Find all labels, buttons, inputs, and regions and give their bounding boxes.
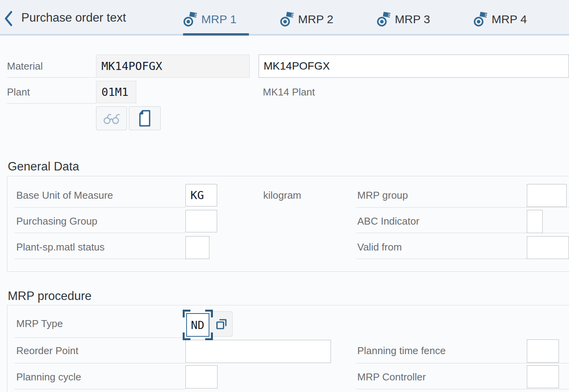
plant-label: Plant (7, 86, 30, 98)
planning-cycle-input[interactable] (185, 365, 218, 389)
abc-indicator-input[interactable] (527, 210, 543, 233)
create-button[interactable] (129, 106, 161, 130)
mrp-controller-label: MRP Controller (357, 371, 426, 383)
separator (14, 259, 185, 259)
separator (14, 363, 185, 363)
purchasing-group-input[interactable] (185, 210, 217, 232)
purchasing-group-label: Purchasing Group (16, 215, 98, 227)
material-label: Material (7, 60, 43, 72)
chevron-left-icon (3, 10, 14, 27)
separator (14, 337, 183, 338)
focus-corner (205, 310, 213, 317)
plant-description: MK14 Plant (263, 86, 315, 98)
material-description-input[interactable] (259, 55, 569, 78)
selected-tab-underline (183, 33, 249, 36)
separator (7, 77, 96, 78)
mrp-type-field-wrapper (186, 313, 209, 337)
separator (7, 103, 96, 104)
tab-label: MRP 4 (492, 13, 527, 26)
valid-from-label: Valid from (357, 241, 402, 253)
base-unit-input[interactable] (185, 184, 217, 206)
separator (356, 207, 569, 208)
tab-label: MRP 2 (298, 13, 333, 26)
valid-from-input[interactable] (527, 236, 569, 259)
mrp-gear-icon (280, 11, 294, 28)
plant-status-input[interactable] (185, 236, 209, 259)
mrp-group-input[interactable] (527, 184, 567, 207)
copy-icon (214, 317, 228, 331)
tab-mrp-1[interactable]: MRP 1 (183, 9, 237, 29)
glasses-icon (103, 112, 120, 124)
planning-time-fence-input[interactable] (527, 339, 559, 363)
separator (14, 207, 185, 208)
reorder-point-label: Reorder Point (16, 345, 78, 357)
tab-mrp-2[interactable]: MRP 2 (280, 9, 333, 29)
separator (356, 389, 569, 389)
mrp-group-label: MRP group (357, 189, 408, 201)
focus-corner (205, 332, 213, 340)
general-data-heading: General Data (8, 160, 79, 174)
tab-mrp-4[interactable]: MRP 4 (473, 9, 527, 29)
mrp-type-label: MRP Type (16, 318, 63, 330)
planning-time-fence-label: Planning time fence (357, 345, 446, 357)
tab-label: MRP 1 (201, 13, 237, 26)
material-value: MK14POFGX (101, 60, 162, 73)
tab-label: MRP 3 (395, 13, 430, 26)
abc-indicator-label: ABC Indicator (357, 215, 419, 227)
mrp-gear-icon (473, 11, 488, 28)
plant-status-label: Plant-sp.matl status (16, 241, 105, 253)
plant-value: 01M1 (101, 85, 129, 99)
reorder-point-input[interactable] (185, 340, 331, 363)
base-unit-label: Base Unit of Measure (16, 189, 113, 201)
mrp-gear-icon (377, 11, 391, 28)
material-field: MK14POFGX (96, 55, 250, 78)
back-button[interactable] (3, 10, 14, 27)
separator (14, 389, 185, 389)
planning-cycle-label: Planning cycle (16, 371, 81, 383)
tab-purchase-order-text[interactable]: Purchase order text (21, 11, 126, 25)
separator (14, 233, 185, 233)
tab-strip-divider (0, 34, 569, 36)
focus-corner (183, 310, 190, 317)
mrp-procedure-heading: MRP procedure (8, 289, 92, 303)
tab-mrp-3[interactable]: MRP 3 (377, 9, 430, 29)
separator (356, 363, 569, 363)
focus-corner (183, 332, 190, 340)
copy-mrp-type-button[interactable] (210, 311, 233, 337)
plant-field: 01M1 (96, 81, 136, 103)
display-button[interactable] (96, 106, 127, 130)
base-unit-description: kilogram (263, 189, 301, 201)
new-document-icon (137, 109, 153, 127)
mrp-controller-input[interactable] (527, 365, 559, 388)
mrp-gear-icon (183, 11, 197, 28)
